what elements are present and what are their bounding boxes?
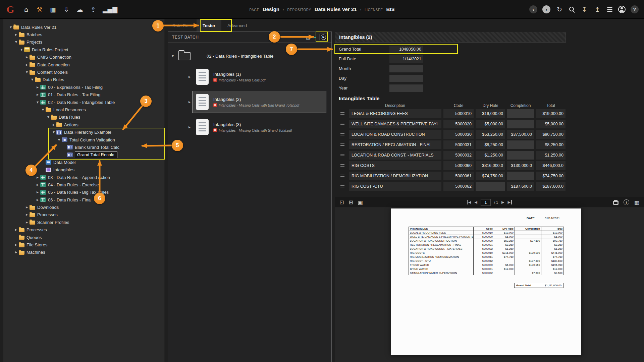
batches-icon[interactable]: ▥ <box>49 6 57 13</box>
expand-icon[interactable]: ▶ <box>24 206 30 209</box>
table-cell[interactable]: 5000030 <box>443 130 474 139</box>
table-cell[interactable]: $74,750.00 <box>476 172 505 180</box>
tree-item-queues[interactable]: Queues <box>3 234 164 241</box>
info-icon[interactable]: i <box>624 199 629 205</box>
tree-item-data-rules-project[interactable]: ▼Data Rules Project <box>3 46 164 53</box>
upload-icon[interactable]: ↥ <box>593 6 601 13</box>
field-value-input[interactable]: 1048050.00 <box>389 46 423 53</box>
expand-icon[interactable]: ▶ <box>35 183 40 186</box>
table-cell[interactable]: $446,000.0 <box>536 161 566 170</box>
batch-view-icon[interactable]: ▤ <box>306 35 310 40</box>
collapse-icon[interactable]: ▼ <box>30 78 35 81</box>
table-cell[interactable]: $8,250.00 <box>536 140 566 149</box>
table-cell[interactable]: $19,000.00 <box>476 109 505 118</box>
table-cell[interactable]: 5000031 <box>443 140 474 149</box>
tree-item-grand-total-recalc[interactable]: Grand Total Recalc <box>3 151 164 159</box>
collapse-icon[interactable]: ▼ <box>8 26 13 29</box>
collapse-icon[interactable]: ▼ <box>13 41 19 44</box>
field-value-input[interactable] <box>389 84 423 92</box>
expand-icon[interactable]: ▶ <box>187 126 192 129</box>
table-cell[interactable]: $90,750.00 <box>536 130 566 139</box>
help-icon[interactable]: ? <box>631 5 639 13</box>
tree-item-file-stores[interactable]: ▶File Stores <box>3 241 164 248</box>
expand-icon[interactable]: ▶ <box>35 176 40 179</box>
collapse-icon[interactable]: ▼ <box>24 71 30 74</box>
test-document-row[interactable]: ▶Intangibles (2)Intangibles - Missing Ce… <box>187 91 331 113</box>
collapse-icon[interactable]: ▼ <box>46 116 51 119</box>
row-handle[interactable] <box>338 154 347 157</box>
document-page[interactable]: DATE 01/14/2021 INTANGIBLESCodeDry HoleC… <box>391 208 581 355</box>
collapse-icon[interactable]: ▼ <box>170 55 175 58</box>
table-cell[interactable] <box>476 182 505 191</box>
tree-item-01-data-rules-tax-filing[interactable]: ▶01 - Data Rules - Tax Filing <box>3 91 164 99</box>
table-cell[interactable]: 5000032 <box>443 151 474 160</box>
table-cell[interactable] <box>507 172 534 180</box>
table-cell[interactable]: $8,250.00 <box>476 140 505 149</box>
tree-item-blank-grand-total-calc[interactable]: Blank Grand Total Calc <box>3 143 164 151</box>
tree-item-data-rules-ver-21[interactable]: ▼Data Rules Ver 21 <box>3 23 164 31</box>
expand-icon[interactable]: ▶ <box>187 75 192 78</box>
table-cell[interactable]: 5000020 <box>443 120 474 128</box>
table-cell[interactable]: RIG MOBILIZATION / DEMOBILIZATION <box>349 172 441 180</box>
table-cell[interactable]: 5000062 <box>443 182 474 191</box>
first-page-button[interactable]: ◀ <box>467 200 471 204</box>
field-value-input[interactable]: 1/14/2021 <box>389 55 423 63</box>
expand-icon[interactable]: ▶ <box>35 191 40 194</box>
collapse-icon[interactable]: ▼ <box>56 138 62 141</box>
tree-item-processes[interactable]: ▶Processes <box>3 226 164 234</box>
table-cell[interactable]: $5,000.00 <box>476 120 505 128</box>
expand-icon[interactable]: ▶ <box>24 56 30 59</box>
tree-item-local-resources[interactable]: ▼Local Resources <box>3 106 164 113</box>
tree-item-content-models[interactable]: ▼Content Models <box>3 68 164 76</box>
table-cell[interactable]: WELL SITE DAMAGES & PREEMPTIVE PAYI <box>349 120 441 128</box>
tree-item-04-data-rules-exercise[interactable]: ▶04 - Data Rules - Exercise <box>3 181 164 188</box>
tree-item-data-connection[interactable]: ▶Data Connection <box>3 61 164 68</box>
table-cell[interactable]: $74,750.00 <box>536 172 566 180</box>
collapse-icon[interactable]: ▼ <box>35 101 40 104</box>
expand-icon[interactable]: ▶ <box>24 221 30 224</box>
row-handle[interactable] <box>338 123 347 126</box>
table-cell[interactable]: $53,250.00 <box>476 130 505 139</box>
table-cell[interactable] <box>507 120 534 128</box>
table-cell[interactable]: $37,500.00 <box>507 130 534 139</box>
tree-item-cmis-connection[interactable]: ▶CMIS Connection <box>3 54 164 61</box>
table-cell[interactable] <box>507 151 534 160</box>
expand-icon[interactable]: ▶ <box>187 101 192 104</box>
table-cell[interactable]: $316,000.0 <box>476 161 505 170</box>
row-handle[interactable] <box>338 133 347 136</box>
field-value-input[interactable] <box>389 75 423 82</box>
page-value[interactable]: Design <box>263 6 279 12</box>
expand-icon[interactable]: ▶ <box>13 243 19 246</box>
table-cell[interactable]: RESTORATION / RECLAIMATION - FINAL <box>349 140 441 149</box>
test-document-row[interactable]: ▶Intangibles (3)Intangibles - Missing Ce… <box>187 116 331 138</box>
batch-folder-row[interactable]: ▼ 02 - Data Rules - Intangibles Table <box>170 49 331 63</box>
cloud-upload-icon[interactable]: ☁ <box>76 6 84 13</box>
table-cell[interactable] <box>507 109 534 118</box>
user-icon[interactable] <box>618 6 626 13</box>
table-cell[interactable]: $130,000.0 <box>507 161 534 170</box>
table-cell[interactable]: 5000010 <box>443 109 474 118</box>
table-cell[interactable]: $5,000.00 <box>536 120 566 128</box>
row-handle[interactable] <box>338 112 347 115</box>
row-handle[interactable] <box>338 185 347 188</box>
tree-item-06-data-rules-fina[interactable]: ▶06 - Data Rules - Fina <box>3 196 164 203</box>
tab-tester[interactable]: Tester <box>197 19 221 32</box>
batch-process-icon[interactable]: » <box>313 35 316 40</box>
tree-item-total-column-validation[interactable]: ▼Total Column Validation <box>3 136 164 143</box>
expand-icon[interactable]: ▶ <box>51 123 56 126</box>
import-box-icon[interactable]: ⇩ <box>62 6 70 13</box>
expand-icon[interactable]: ▶ <box>24 63 30 66</box>
forward-icon[interactable]: › <box>542 5 550 13</box>
tree-item-actions[interactable]: ▶Actions <box>3 121 164 128</box>
tab-data-rules[interactable]: Data Ru... <box>168 19 197 32</box>
row-handle[interactable] <box>338 175 347 178</box>
tab-advanced[interactable]: Advanced <box>221 19 253 32</box>
table-cell[interactable] <box>507 140 534 149</box>
tree-item-data-rules[interactable]: ▼Data Rules <box>3 114 164 121</box>
table-cell[interactable]: $187,600.0 <box>507 182 534 191</box>
expand-icon[interactable]: ▶ <box>35 198 40 201</box>
expand-icon[interactable]: ▶ <box>13 251 19 254</box>
tree-item-downloads[interactable]: ▶Downloads <box>3 203 164 211</box>
expand-icon[interactable]: ▶ <box>24 213 30 216</box>
fit-page-icon[interactable]: ⊡ <box>339 199 344 205</box>
